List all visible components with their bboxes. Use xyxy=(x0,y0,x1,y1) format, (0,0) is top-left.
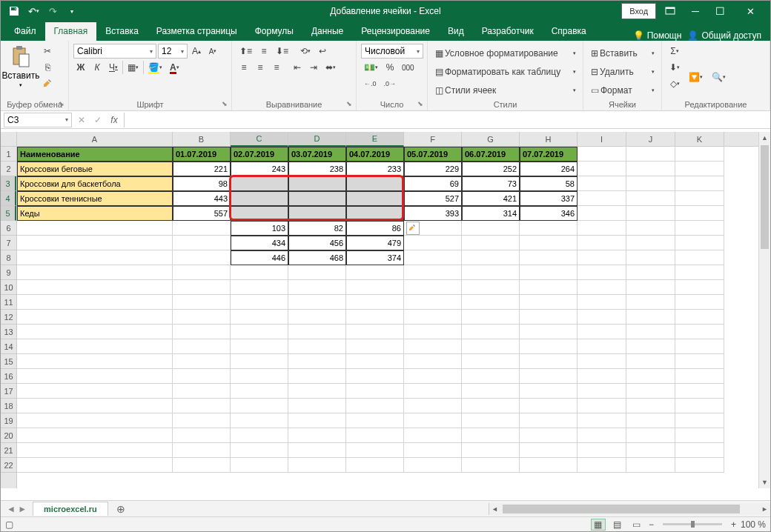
cell[interactable] xyxy=(231,265,288,280)
cell[interactable]: 238 xyxy=(288,162,346,176)
cell[interactable] xyxy=(520,310,578,325)
cell[interactable] xyxy=(520,325,578,339)
col-header-C[interactable]: C xyxy=(231,132,288,147)
format-cells-button[interactable]: ▭ Формат▾ xyxy=(588,82,658,99)
cell[interactable] xyxy=(675,147,724,162)
cell[interactable]: 03.07.2019 xyxy=(288,147,346,162)
add-sheet-button[interactable]: ⊕ xyxy=(113,501,129,517)
cell[interactable] xyxy=(173,221,231,236)
col-header-H[interactable]: H xyxy=(520,132,578,146)
cell[interactable] xyxy=(675,384,724,399)
cell[interactable] xyxy=(288,399,346,413)
cell[interactable] xyxy=(17,458,173,473)
cell[interactable] xyxy=(626,176,675,191)
bold-button[interactable]: Ж xyxy=(73,60,88,75)
zoom-in-button[interactable]: + xyxy=(731,519,736,530)
cell[interactable]: 243 xyxy=(231,162,288,176)
cell[interactable] xyxy=(675,176,724,191)
cell[interactable] xyxy=(231,339,288,354)
cell[interactable] xyxy=(626,295,675,310)
cell[interactable] xyxy=(578,265,626,280)
cell[interactable] xyxy=(626,399,675,413)
cell[interactable] xyxy=(346,325,404,339)
cell[interactable]: 233 xyxy=(346,162,404,176)
cell[interactable] xyxy=(578,176,626,191)
cell[interactable] xyxy=(578,399,626,413)
cell[interactable]: 58 xyxy=(520,176,578,191)
align-left-button[interactable]: ≡ xyxy=(236,60,251,75)
row-header-2[interactable]: 2 xyxy=(1,162,16,176)
increase-font-button[interactable]: A▴ xyxy=(189,44,204,59)
cells-area[interactable]: Наименование01.07.201902.07.201903.07.20… xyxy=(17,147,758,488)
cell[interactable] xyxy=(578,250,626,265)
share-button[interactable]: 👤 Общий доступ xyxy=(687,30,761,41)
cell[interactable] xyxy=(404,236,462,250)
row-header-3[interactable]: 3 xyxy=(1,176,16,191)
cell[interactable] xyxy=(675,354,724,369)
decrease-font-button[interactable]: A▾ xyxy=(205,44,220,59)
zoom-slider[interactable] xyxy=(663,523,722,525)
cell[interactable]: 86 xyxy=(346,221,404,236)
cell[interactable] xyxy=(17,443,173,458)
cell[interactable] xyxy=(520,265,578,280)
cell[interactable] xyxy=(231,399,288,413)
col-header-E[interactable]: E xyxy=(346,132,404,147)
cell[interactable] xyxy=(626,191,675,206)
cell[interactable] xyxy=(173,265,231,280)
cell[interactable]: Кроссовки беговые xyxy=(17,162,173,176)
cell[interactable]: 264 xyxy=(520,162,578,176)
cell[interactable] xyxy=(578,354,626,369)
cell[interactable] xyxy=(626,310,675,325)
tab-developer[interactable]: Разработчик xyxy=(473,22,543,41)
conditional-formatting-button[interactable]: ▦ Условное форматирование▾ xyxy=(432,45,579,61)
close-button[interactable]: ✕ xyxy=(734,3,767,19)
borders-button[interactable]: ▦▾ xyxy=(125,60,142,75)
cell[interactable] xyxy=(626,206,675,221)
row-header-17[interactable]: 17 xyxy=(1,384,16,399)
italic-button[interactable]: К xyxy=(90,60,105,75)
row-header-1[interactable]: 1 xyxy=(1,147,16,162)
tab-formulas[interactable]: Формулы xyxy=(246,22,302,41)
sort-filter-button[interactable]: 🔽▾ xyxy=(686,65,706,89)
cell[interactable] xyxy=(346,176,404,191)
insert-cells-button[interactable]: ⊞ Вставить▾ xyxy=(588,45,658,61)
cell[interactable] xyxy=(346,280,404,295)
cell[interactable] xyxy=(346,310,404,325)
cell[interactable]: 527 xyxy=(404,191,462,206)
cell[interactable] xyxy=(520,399,578,413)
cell[interactable] xyxy=(675,280,724,295)
font-launcher[interactable]: ⬊ xyxy=(220,99,229,108)
cell[interactable] xyxy=(675,413,724,428)
select-all-corner[interactable] xyxy=(1,132,17,147)
minimize-button[interactable]: ─ xyxy=(684,3,707,19)
underline-button[interactable]: Ч ▾ xyxy=(106,60,121,75)
copy-button[interactable]: ⎘ xyxy=(39,60,56,75)
cell[interactable] xyxy=(17,236,173,250)
cell[interactable] xyxy=(346,369,404,384)
tab-view[interactable]: Вид xyxy=(439,22,473,41)
cell[interactable] xyxy=(404,428,462,443)
cell[interactable]: 82 xyxy=(288,221,346,236)
cell[interactable] xyxy=(404,399,462,413)
cancel-formula-button[interactable]: ✕ xyxy=(73,113,90,127)
cell[interactable]: Кеды xyxy=(17,206,173,221)
row-header-9[interactable]: 9 xyxy=(1,265,16,280)
cell[interactable] xyxy=(173,399,231,413)
row-header-8[interactable]: 8 xyxy=(1,250,16,265)
align-top-button[interactable]: ⬆≡ xyxy=(236,44,255,59)
tab-home[interactable]: Главная xyxy=(45,22,97,41)
percent-button[interactable]: % xyxy=(383,60,397,75)
maximize-button[interactable]: ☐ xyxy=(708,3,732,19)
cell[interactable] xyxy=(626,443,675,458)
column-headers[interactable]: ABCDEFGHIJK xyxy=(17,132,758,147)
cell[interactable] xyxy=(626,384,675,399)
cell[interactable] xyxy=(288,458,346,473)
cell[interactable]: 05.07.2019 xyxy=(404,147,462,162)
cell[interactable] xyxy=(520,458,578,473)
cell[interactable]: 421 xyxy=(462,191,520,206)
cell[interactable] xyxy=(404,413,462,428)
save-button[interactable] xyxy=(5,3,23,19)
cell[interactable] xyxy=(462,265,520,280)
cell[interactable] xyxy=(626,325,675,339)
vscroll-thumb[interactable] xyxy=(761,145,769,249)
